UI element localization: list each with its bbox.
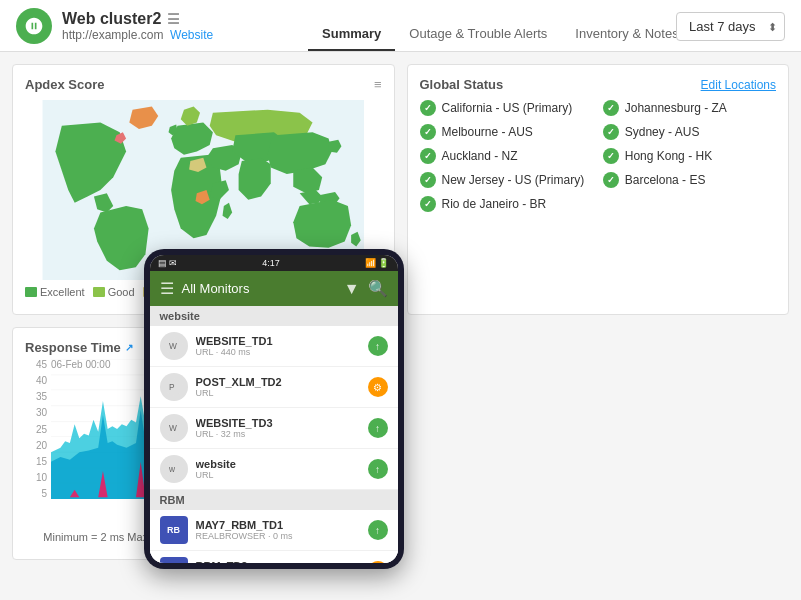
phone-item-status-5: ↑ (368, 561, 388, 563)
status-dot-4 (420, 148, 436, 164)
chart-y-axis: 45 40 35 30 25 20 15 10 5 (25, 359, 47, 499)
main-content: Apdex Score ≡ (0, 52, 801, 572)
tab-inventory[interactable]: Inventory & Notes (561, 18, 692, 51)
phone-item-icon-5: RB (160, 557, 188, 563)
phone-toolbar: ☰ All Monitors ▼ 🔍 (150, 271, 398, 306)
menu-icon[interactable]: ☰ (167, 11, 180, 27)
phone-item-name-4: MAY7_RBM_TD1 (196, 519, 360, 531)
phone-carrier: ▤ ✉ (158, 258, 178, 268)
phone-list-item-4[interactable]: RB MAY7_RBM_TD1 REALBROWSER · 0 ms ↑ (150, 510, 398, 551)
date-range-wrapper: Last 7 days (676, 12, 785, 41)
status-item-2: Melbourne - AUS (420, 124, 593, 140)
legend-dot-good (93, 287, 105, 297)
phone-item-info-4: MAY7_RBM_TD1 REALBROWSER · 0 ms (196, 519, 360, 541)
phone-item-status-1: ⚙ (368, 377, 388, 397)
website-link[interactable]: Website (170, 28, 213, 42)
header-left: Web cluster2 ☰ http://example.com Websit… (16, 8, 213, 44)
phone-content: website W WEBSITE_TD1 URL · 440 ms ↑ (150, 306, 398, 563)
date-select-container: Last 7 days (676, 12, 785, 41)
phone-item-status-2: ↑ (368, 418, 388, 438)
date-range-select[interactable]: Last 7 days (676, 12, 785, 41)
phone-toolbar-title: All Monitors (182, 281, 336, 296)
phone-item-status-0: ↑ (368, 336, 388, 356)
phone-item-info-2: WEBSITE_TD3 URL · 32 ms (196, 417, 360, 439)
phone-item-info-3: website URL (196, 458, 360, 480)
status-dot-6 (420, 172, 436, 188)
status-item-7: Barcelona - ES (603, 172, 776, 188)
edit-locations-link[interactable]: Edit Locations (701, 78, 776, 92)
svg-text:W: W (169, 423, 177, 433)
status-dot-5 (603, 148, 619, 164)
phone-item-icon-2: W (160, 414, 188, 442)
phone-section-website: website (150, 306, 398, 326)
site-url: http://example.com Website (62, 28, 213, 42)
phone-item-status-3: ↑ (368, 459, 388, 479)
status-dot-7 (603, 172, 619, 188)
status-dot-8 (420, 196, 436, 212)
phone-item-status-4: ↑ (368, 520, 388, 540)
phone-item-sub-2: URL · 32 ms (196, 429, 360, 439)
global-status-card: Global Status Edit Locations California … (407, 64, 790, 315)
phone-list-item-0[interactable]: W WEBSITE_TD1 URL · 440 ms ↑ (150, 326, 398, 367)
phone-item-name-1: POST_XLM_TD2 (196, 376, 360, 388)
status-item-6: New Jersey - US (Primary) (420, 172, 593, 188)
phone-section-rbm: RBM (150, 490, 398, 510)
phone-item-icon-0: W (160, 332, 188, 360)
phone-search-icon[interactable]: 🔍 (368, 279, 388, 298)
phone-list-item-3[interactable]: w website URL ↑ (150, 449, 398, 490)
status-item-3: Sydney - AUS (603, 124, 776, 140)
phone-item-icon-3: w (160, 455, 188, 483)
phone-item-icon-4: RB (160, 516, 188, 544)
status-dot-0 (420, 100, 436, 116)
site-icon (16, 8, 52, 44)
phone-list-item-2[interactable]: W WEBSITE_TD3 URL · 32 ms ↑ (150, 408, 398, 449)
site-info: Web cluster2 ☰ http://example.com Websit… (62, 10, 213, 42)
status-item-0: California - US (Primary) (420, 100, 593, 116)
phone-item-name-2: WEBSITE_TD3 (196, 417, 360, 429)
tab-outage[interactable]: Outage & Trouble Alerts (395, 18, 561, 51)
phone-item-sub-1: URL (196, 388, 360, 398)
response-time-card: Response Time ↗ 45 40 35 30 25 20 15 10 … (12, 327, 395, 560)
status-item-1: Johannesburg - ZA (603, 100, 776, 116)
status-dot-3 (603, 124, 619, 140)
status-item-8: Rio de Janeiro - BR (420, 196, 593, 212)
phone-item-icon-1: P (160, 373, 188, 401)
legend-dot-excellent (25, 287, 37, 297)
phone-item-info-5: RBM_TD3 REALBROWSER · 9894 ms (196, 560, 360, 563)
svg-text:P: P (169, 382, 175, 392)
status-grid: California - US (Primary) Johannesburg -… (420, 100, 777, 212)
phone-item-sub-3: URL (196, 470, 360, 480)
apdex-title: Apdex Score ≡ (25, 77, 382, 92)
status-dot-2 (420, 124, 436, 140)
phone-item-name-0: WEBSITE_TD1 (196, 335, 360, 347)
svg-text:W: W (169, 341, 177, 351)
status-item-5: Hong Kong - HK (603, 148, 776, 164)
phone-item-sub-4: REALBROWSER · 0 ms (196, 531, 360, 541)
svg-text:w: w (168, 464, 176, 474)
phone-item-info-1: POST_XLM_TD2 URL (196, 376, 360, 398)
phone-list-item-5[interactable]: RB RBM_TD3 REALBROWSER · 9894 ms ↑ (150, 551, 398, 563)
phone-inner: ▤ ✉ 4:17 📶 🔋 ☰ All Monitors ▼ 🔍 website … (150, 255, 398, 563)
phone-item-name-5: RBM_TD3 (196, 560, 360, 563)
status-item-4: Auckland - NZ (420, 148, 593, 164)
global-status-title: Global Status Edit Locations (420, 77, 777, 92)
phone-time: 4:17 (262, 258, 280, 268)
phone-menu-icon[interactable]: ☰ (160, 279, 174, 298)
apdex-menu-icon[interactable]: ≡ (374, 77, 382, 92)
phone-dropdown-icon[interactable]: ▼ (344, 280, 360, 298)
phone-list-item-1[interactable]: P POST_XLM_TD2 URL ⚙ (150, 367, 398, 408)
mobile-overlay: ▤ ✉ 4:17 📶 🔋 ☰ All Monitors ▼ 🔍 website … (144, 249, 404, 569)
phone-item-sub-0: URL · 440 ms (196, 347, 360, 357)
phone-item-name-3: website (196, 458, 360, 470)
phone-icons: 📶 🔋 (365, 258, 390, 268)
chart-link-icon: ↗ (125, 342, 133, 353)
phone-status-bar: ▤ ✉ 4:17 📶 🔋 (150, 255, 398, 271)
phone-item-info-0: WEBSITE_TD1 URL · 440 ms (196, 335, 360, 357)
legend-good: Good (93, 286, 135, 298)
tab-summary[interactable]: Summary (308, 18, 395, 51)
site-name: Web cluster2 ☰ (62, 10, 213, 28)
status-dot-1 (603, 100, 619, 116)
legend-excellent: Excellent (25, 286, 85, 298)
